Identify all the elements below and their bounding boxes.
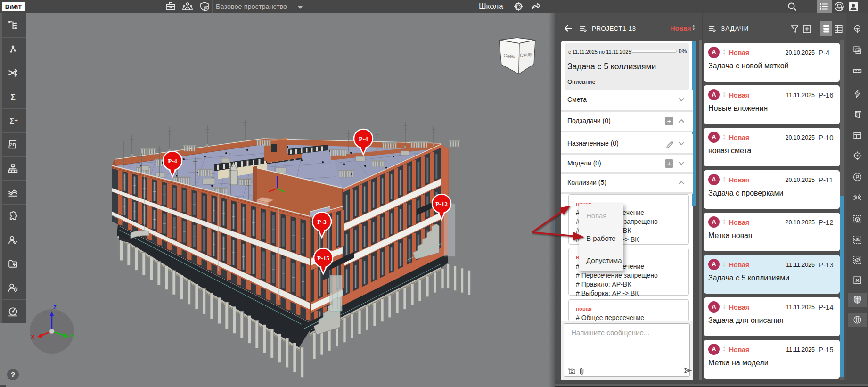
svg-text:2D: 2D [10,142,16,147]
svg-text:P-15: P-15 [317,255,329,262]
svg-text:+: + [15,117,18,124]
svg-text:Σ: Σ [10,116,15,125]
svg-text:P-3: P-3 [317,218,327,225]
svg-text:X: X [31,334,35,340]
svg-text:Σ: Σ [10,92,16,102]
svg-text:Y: Y [71,333,74,339]
svg-text:P-12: P-12 [435,200,448,207]
svg-text:P-4: P-4 [168,157,177,165]
svg-text:Z: Z [53,305,57,310]
svg-text:P-4: P-4 [359,135,368,142]
